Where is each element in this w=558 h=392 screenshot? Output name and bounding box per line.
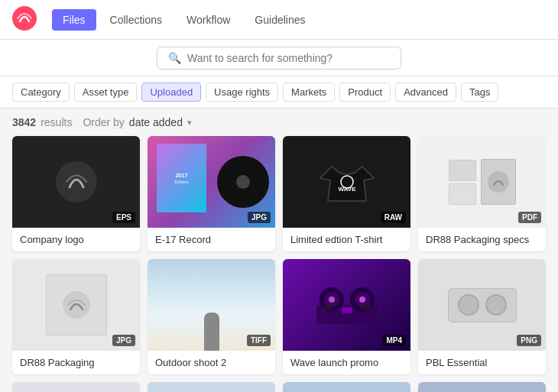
card-thumb [148,382,275,392]
card-thumb: PNG [418,259,546,351]
filter-usage-rights[interactable]: Usage rights [206,83,278,102]
asset-grid: EPS Company logo 2017 Edition JPG E-17 R… [0,136,558,392]
card-bottom-3[interactable] [283,382,410,392]
order-chevron-icon: ▾ [187,118,192,128]
svg-point-9 [329,296,335,303]
card-label: Wave launch promo [283,351,410,374]
card-limited-tshirt[interactable]: WAVE RAW Limited edtion T-shirt [283,136,410,251]
tab-workflow[interactable]: Workflow [176,9,241,31]
card-thumb: TIFF [148,259,275,351]
search-icon: 🔍 [168,52,181,64]
card-bottom-1[interactable] [12,382,140,392]
card-badge: JPG [112,335,135,346]
card-dr88-specs[interactable]: PDF DR88 Packaging specs [418,136,546,251]
svg-point-14 [322,304,334,310]
card-label: DR88 Packaging specs [418,228,546,251]
order-value[interactable]: date added [129,116,183,128]
card-label: Company logo [12,228,140,251]
filter-bar: Category Asset type Uploaded Usage right… [0,76,558,109]
card-thumb: EPS [12,136,140,228]
card-wave-launch-promo[interactable]: MP4 Wave launch promo [283,259,410,374]
svg-point-1 [56,161,97,202]
filter-uploaded-by[interactable]: Uploaded [141,83,201,102]
card-label: Outdoor shoot 2 [148,351,275,374]
search-input[interactable] [187,52,390,64]
card-thumb: WAVE RAW [283,136,410,228]
card-label: Limited edtion T-shirt [283,228,410,251]
svg-rect-13 [342,307,352,313]
filter-advanced[interactable]: Advanced [395,83,456,102]
card-bottom-4[interactable] [418,382,546,392]
filter-asset-type[interactable]: Asset type [74,83,138,102]
card-badge: RAW [381,212,406,223]
tab-collections[interactable]: Collections [99,9,173,31]
card-thumb: JPG [12,259,140,351]
card-label: DR88 Packaging [12,351,140,374]
results-label: results [41,116,72,128]
card-badge: EPS [112,212,135,223]
card-company-logo[interactable]: EPS Company logo [12,136,140,251]
results-bar: 3842 results Order by date added ▾ [0,109,558,136]
tab-files[interactable]: Files [52,9,96,31]
order-label: Order by [83,116,124,128]
card-thumb: MP4 [283,259,410,351]
card-pbl-essential[interactable]: PNG PBL Essential [418,259,546,374]
filter-markets[interactable]: Markets [283,83,335,102]
card-thumb: PDF [418,136,546,228]
tab-guidelines[interactable]: Guidelines [244,9,316,31]
filter-tags[interactable]: Tags [461,83,498,102]
card-label: E-17 Record [148,228,275,251]
search-bar: 🔍 [157,47,401,70]
card-thumb: 2017 Edition JPG [148,136,275,228]
card-badge: MP4 [382,335,406,346]
card-bottom-2[interactable] [148,382,275,392]
results-count: 3842 [12,116,36,128]
card-label: PBL Essential [418,351,546,374]
svg-point-15 [360,304,372,310]
card-badge: JPG [248,212,271,223]
card-badge: PDF [518,212,541,223]
card-thumb [283,382,410,392]
main-nav: Files Collections Workflow Guidelines [52,9,316,31]
card-badge: TIFF [247,335,271,346]
card-outdoor-shoot[interactable]: TIFF Outdoor shoot 2 [148,259,275,374]
svg-point-12 [359,296,365,303]
filter-category[interactable]: Category [12,83,70,102]
filter-product[interactable]: Product [339,83,391,102]
card-e17-record[interactable]: 2017 Edition JPG E-17 Record [148,136,275,251]
logo[interactable] [12,6,37,34]
card-thumb [418,382,546,392]
svg-point-0 [12,6,37,31]
card-badge: PNG [517,335,541,346]
card-thumb [12,382,140,392]
card-dr88-packaging[interactable]: JPG DR88 Packaging [12,259,140,374]
svg-text:WAVE: WAVE [338,186,356,193]
